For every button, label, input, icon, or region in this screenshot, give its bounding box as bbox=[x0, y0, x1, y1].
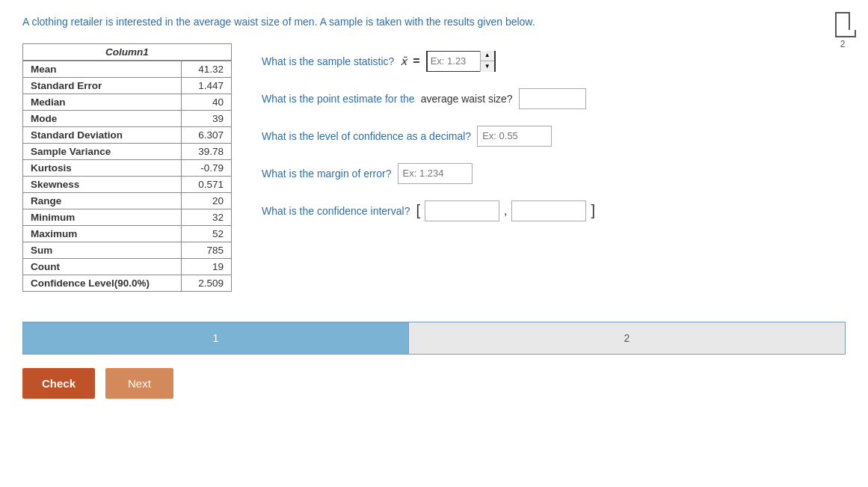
question-4-row: What is the margin of error? bbox=[262, 163, 846, 184]
q1-spinner-down[interactable]: ▼ bbox=[481, 61, 494, 72]
table-row: Maximum52 bbox=[23, 225, 232, 242]
step-tabs: 1 2 bbox=[22, 322, 846, 355]
tab-2[interactable]: 2 bbox=[408, 322, 845, 354]
q2-text-blue: What is the point estimate for the bbox=[262, 93, 415, 105]
table-cell-value: 2.509 bbox=[182, 275, 232, 291]
bracket-open: [ bbox=[416, 202, 420, 219]
table-cell-value: 0.571 bbox=[182, 176, 232, 192]
stats-table: Column1 Mean41.32Standard Error1.447Medi… bbox=[22, 43, 232, 292]
table-cell-value: 6.307 bbox=[182, 126, 232, 143]
q1-spinner-arrows: ▲ ▼ bbox=[480, 51, 494, 72]
q2-input[interactable] bbox=[519, 88, 586, 109]
comma-separator: , bbox=[504, 204, 507, 218]
table-cell-value: 41.32 bbox=[182, 61, 232, 78]
page-icon bbox=[835, 12, 850, 31]
confidence-interval-inputs: [ , ] bbox=[416, 200, 595, 221]
page-number: 2 bbox=[840, 39, 846, 49]
stats-table-container: Column1 Mean41.32Standard Error1.447Medi… bbox=[22, 43, 232, 292]
tab-1[interactable]: 1 bbox=[23, 322, 408, 354]
question-1-row: What is the sample statistic? x̄ = ▲ ▼ bbox=[262, 51, 846, 72]
bracket-close: ] bbox=[591, 202, 595, 219]
table-cell-label: Standard Deviation bbox=[23, 126, 182, 143]
table-cell-value: 19 bbox=[182, 258, 232, 275]
q3-input[interactable] bbox=[477, 126, 552, 147]
page-badge: 2 bbox=[835, 12, 850, 49]
table-cell-label: Range bbox=[23, 192, 182, 209]
table-cell-label: Standard Error bbox=[23, 77, 182, 94]
q1-value-input[interactable] bbox=[428, 52, 480, 71]
table-cell-label: Kurtosis bbox=[23, 159, 182, 176]
table-cell-label: Sample Variance bbox=[23, 143, 182, 159]
table-cell-label: Median bbox=[23, 94, 182, 110]
tab-2-label: 2 bbox=[624, 332, 630, 344]
table-row: Median40 bbox=[23, 94, 232, 110]
table-cell-label: Sum bbox=[23, 242, 182, 258]
buttons-row: Check Next bbox=[22, 368, 846, 399]
table-row: Kurtosis-0.79 bbox=[23, 159, 232, 176]
table-cell-label: Mode bbox=[23, 110, 182, 126]
q1-eq: = bbox=[413, 55, 419, 68]
table-row: Sum785 bbox=[23, 242, 232, 258]
next-button[interactable]: Next bbox=[105, 368, 173, 399]
q1-symbol: x̄ bbox=[400, 55, 407, 68]
table-cell-value: 40 bbox=[182, 94, 232, 110]
table-cell-value: 1.447 bbox=[182, 77, 232, 94]
table-row: Minimum32 bbox=[23, 209, 232, 225]
table-cell-value: 32 bbox=[182, 209, 232, 225]
q5-text: What is the confidence interval? bbox=[262, 205, 410, 217]
q5-lower-input[interactable] bbox=[425, 200, 499, 221]
table-row: Standard Error1.447 bbox=[23, 77, 232, 94]
q3-text: What is the level of confidence as a dec… bbox=[262, 130, 471, 142]
question-5-row: What is the confidence interval? [ , ] bbox=[262, 200, 846, 221]
table-row: Count19 bbox=[23, 258, 232, 275]
question-3-row: What is the level of confidence as a dec… bbox=[262, 126, 846, 147]
table-row: Standard Deviation6.307 bbox=[23, 126, 232, 143]
question-2-row: What is the point estimate for the avera… bbox=[262, 88, 846, 109]
table-cell-label: Minimum bbox=[23, 209, 182, 225]
q1-spinner-up[interactable]: ▲ bbox=[481, 51, 494, 61]
check-button[interactable]: Check bbox=[22, 368, 95, 399]
table-row: Mean41.32 bbox=[23, 61, 232, 78]
table-row: Skewness0.571 bbox=[23, 176, 232, 192]
q1-spinner-input[interactable]: ▲ ▼ bbox=[426, 51, 496, 72]
table-row: Mode39 bbox=[23, 110, 232, 126]
table-cell-label: Count bbox=[23, 258, 182, 275]
table-cell-value: 785 bbox=[182, 242, 232, 258]
q1-text: What is the sample statistic? bbox=[262, 55, 394, 67]
table-cell-value: 52 bbox=[182, 225, 232, 242]
table-cell-value: 39 bbox=[182, 110, 232, 126]
q5-upper-input[interactable] bbox=[511, 200, 586, 221]
q2-text-black: average waist size? bbox=[421, 93, 513, 105]
table-row: Range20 bbox=[23, 192, 232, 209]
q4-text: What is the margin of error? bbox=[262, 168, 392, 180]
table-column-header: Column1 bbox=[23, 43, 232, 61]
table-cell-label: Skewness bbox=[23, 176, 182, 192]
table-cell-value: -0.79 bbox=[182, 159, 232, 176]
table-cell-value: 20 bbox=[182, 192, 232, 209]
table-row: Sample Variance39.78 bbox=[23, 143, 232, 159]
table-cell-label: Confidence Level(90.0%) bbox=[23, 275, 182, 291]
tab-1-label: 1 bbox=[213, 332, 219, 344]
questions-panel: What is the sample statistic? x̄ = ▲ ▼ W… bbox=[262, 43, 846, 238]
table-cell-value: 39.78 bbox=[182, 143, 232, 159]
q4-input[interactable] bbox=[398, 163, 473, 184]
intro-text: A clothing retailer is interested in the… bbox=[22, 15, 846, 30]
table-cell-label: Mean bbox=[23, 61, 182, 78]
table-cell-label: Maximum bbox=[23, 225, 182, 242]
table-row: Confidence Level(90.0%)2.509 bbox=[23, 275, 232, 291]
